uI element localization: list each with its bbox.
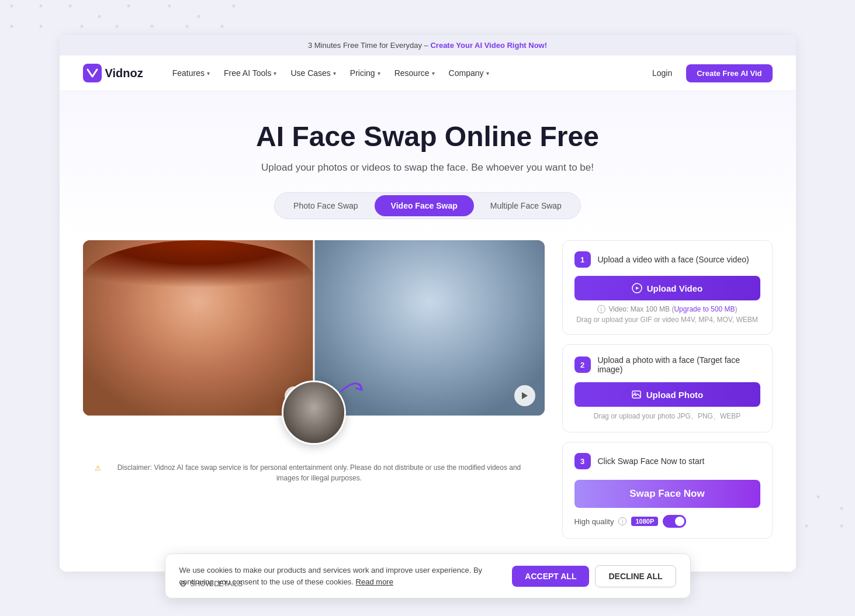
banner-link[interactable]: Create Your AI Video Right Now!	[430, 41, 547, 50]
disclaimer: ⚠ Disclaimer: Vidnoz AI face swap servic…	[83, 462, 545, 483]
svg-point-12	[151, 25, 154, 28]
gear-icon: ⚙	[179, 579, 187, 589]
nav-resource[interactable]: Resource ▾	[389, 65, 441, 81]
quality-row: High quality i 1080P	[574, 515, 760, 528]
step-2-badge: 2	[574, 357, 591, 373]
top-banner: 3 Minutes Free Time for Everyday – Creat…	[60, 35, 796, 56]
svg-point-2	[69, 5, 72, 8]
upload-panel: 1 Upload a video with a face (Source vid…	[562, 240, 773, 548]
nav-actions: Login Create Free AI Vid	[645, 64, 773, 82]
content-area: ⚠ Disclaimer: Vidnoz AI face swap servic…	[60, 240, 796, 572]
upload-video-icon	[632, 283, 642, 293]
svg-point-6	[198, 15, 200, 18]
face-swap-tabs: Photo Face Swap Video Face Swap Multiple…	[274, 192, 581, 219]
photo-drag-text: Drag or upload your photo JPG、PNG、WEBP	[574, 411, 760, 421]
upload-photo-button[interactable]: Upload Photo	[574, 382, 760, 407]
upload-video-button[interactable]: Upload Video	[574, 276, 760, 300]
svg-point-1	[40, 5, 43, 8]
step-3: 3 Click Swap Face Now to start Swap Face…	[562, 442, 773, 539]
pricing-chevron-icon: ▾	[378, 70, 380, 77]
tab-video-face-swap[interactable]: Video Face Swap	[375, 195, 474, 216]
source-face-visual	[83, 240, 314, 416]
hero-section: AI Face Swap Online Free Upload your pho…	[60, 91, 796, 240]
svg-point-0	[11, 5, 13, 8]
step-3-header: 3 Click Swap Face Now to start	[574, 453, 760, 469]
accept-all-button[interactable]: ACCEPT ALL	[512, 566, 589, 587]
nav-links: Features ▾ Free AI Tools ▾ Use Cases ▾ P…	[167, 65, 628, 81]
step-2: 2 Upload a photo with a face (Target fac…	[562, 344, 773, 432]
hero-title: AI Face Swap Online Free	[83, 120, 773, 153]
use-cases-chevron-icon: ▾	[333, 70, 336, 77]
svg-point-4	[127, 5, 130, 8]
navbar: Vidnoz Features ▾ Free AI Tools ▾ Use Ca…	[60, 56, 796, 91]
svg-point-24	[805, 525, 808, 528]
cookie-banner: We use cookies to make our products and …	[165, 553, 691, 598]
svg-point-25	[840, 525, 843, 528]
warning-icon: ⚠	[95, 463, 101, 473]
svg-point-19	[817, 496, 820, 499]
info-icon: i	[597, 305, 605, 313]
svg-point-5	[168, 5, 171, 8]
nav-pricing[interactable]: Pricing ▾	[344, 65, 386, 81]
logo[interactable]: Vidnoz	[83, 64, 143, 82]
swap-face-button[interactable]: Swap Face Now	[574, 480, 760, 508]
video-drag-text: Drag or upload your GIF or video M4V, MP…	[574, 316, 760, 324]
cookie-actions: ACCEPT ALL DECLINE ALL	[512, 565, 676, 587]
step-1-title: Upload a video with a face (Source video…	[598, 255, 749, 264]
quality-badge: 1080P	[631, 517, 658, 526]
nav-use-cases[interactable]: Use Cases ▾	[285, 65, 341, 81]
svg-point-20	[840, 507, 843, 510]
step-2-title: Upload a photo with a face (Target face …	[598, 355, 760, 374]
svg-point-14	[221, 25, 224, 28]
hair-overlay	[83, 240, 314, 319]
upload-photo-icon	[631, 389, 642, 400]
demo-wrapper	[83, 240, 545, 416]
play-icon-right	[521, 392, 528, 400]
svg-point-11	[116, 25, 119, 28]
resource-chevron-icon: ▾	[432, 70, 435, 77]
nav-company[interactable]: Company ▾	[443, 65, 495, 81]
svg-point-10	[81, 25, 84, 28]
step-2-header: 2 Upload a photo with a face (Target fac…	[574, 355, 760, 374]
features-chevron-icon: ▾	[207, 70, 210, 77]
quality-info-icon: i	[618, 517, 626, 525]
svg-rect-26	[83, 64, 102, 82]
tab-multiple-face-swap[interactable]: Multiple Face Swap	[474, 195, 578, 216]
login-button[interactable]: Login	[645, 65, 679, 81]
play-button-right[interactable]	[514, 385, 535, 406]
svg-point-7	[233, 5, 236, 8]
demo-image-source	[83, 240, 314, 416]
show-details-button[interactable]: ⚙ SHOW DETAILS	[179, 579, 243, 589]
step-3-title: Click Swap Face Now to start	[598, 456, 705, 466]
step-1-header: 1 Upload a video with a face (Source vid…	[574, 251, 760, 268]
quality-toggle[interactable]	[663, 515, 686, 528]
step-3-badge: 3	[574, 453, 591, 469]
video-size-info: i Video: Max 100 MB (Upgrade to 500 MB)	[574, 305, 760, 313]
nav-features[interactable]: Features ▾	[167, 65, 216, 81]
tab-photo-face-swap[interactable]: Photo Face Swap	[277, 195, 375, 216]
logo-icon	[83, 64, 102, 82]
svg-point-8	[11, 25, 13, 28]
read-more-link[interactable]: Read more	[356, 577, 393, 586]
demo-section: ⚠ Disclaimer: Vidnoz AI face swap servic…	[83, 240, 545, 548]
quality-label: High quality	[574, 517, 614, 526]
svg-point-13	[186, 25, 189, 28]
free-ai-tools-chevron-icon: ▾	[274, 70, 276, 77]
upgrade-link[interactable]: Upgrade to 500 MB	[674, 305, 735, 313]
svg-point-9	[40, 25, 43, 28]
hero-subtitle: Upload your photos or videos to swap the…	[83, 162, 773, 174]
nav-free-ai-tools[interactable]: Free AI Tools ▾	[218, 65, 282, 81]
create-free-button[interactable]: Create Free AI Vid	[686, 64, 772, 82]
company-chevron-icon: ▾	[486, 70, 489, 77]
svg-point-3	[98, 15, 101, 18]
step-1-badge: 1	[574, 251, 591, 268]
step-1: 1 Upload a video with a face (Source vid…	[562, 240, 773, 335]
decline-all-button[interactable]: DECLINE ALL	[595, 565, 676, 587]
